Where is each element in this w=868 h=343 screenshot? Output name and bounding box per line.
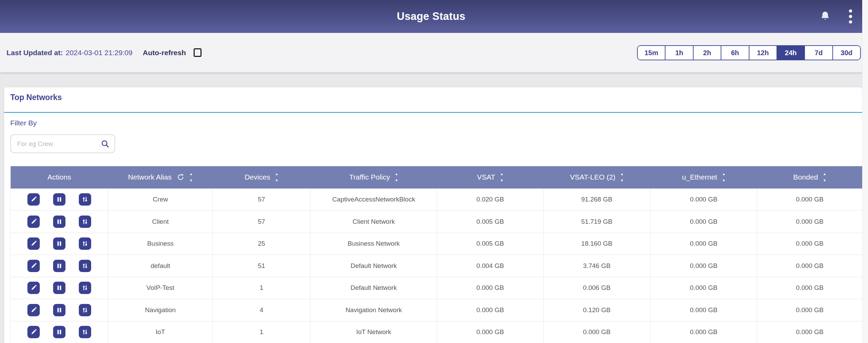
cell-vsat: 0.005 GB [437,233,543,255]
cell-traffic-policy: Business Network [310,233,437,255]
edit-button[interactable] [27,237,40,250]
table-row: Client57Client Network0.005 GB51.719 GB0… [11,211,863,233]
pause-icon [56,196,63,203]
cell-vsat-leo: 0.006 GB [543,277,650,299]
cell-actions [11,277,108,299]
panel-divider [4,112,862,113]
bell-icon[interactable] [820,11,831,22]
table-row: VoIP-Test1Default Network0.000 GB0.006 G… [11,277,863,299]
refresh-icon[interactable] [176,173,185,181]
cell-actions [11,211,108,233]
cell-vsat-leo: 0.000 GB [543,321,650,343]
col-header-u-ethernet[interactable]: u_Ethernet▲▼ [650,166,757,188]
table-row: Crew57CaptiveAccessNetworkBlock0.020 GB9… [11,188,863,211]
cell-devices: 51 [213,255,310,277]
time-range-6h[interactable]: 6h [721,46,748,60]
auto-refresh-checkbox[interactable] [194,48,201,57]
cell-network-alias: default [108,255,213,277]
table-row: IoT1IoT Network0.000 GB0.000 GB0.000 GB0… [11,321,863,343]
cell-u-ethernet: 0.000 GB [650,188,757,211]
filter-search-box [10,134,115,153]
sort-arrows-icon: ▲▼ [722,172,725,182]
pause-icon [56,284,63,291]
cell-u-ethernet: 0.000 GB [650,211,757,233]
col-header-label: Actions [48,173,71,181]
cell-vsat: 0.004 GB [437,255,543,277]
cell-vsat: 0.020 GB [437,188,543,211]
edit-button[interactable] [27,282,40,294]
time-range-12h[interactable]: 12h [749,46,777,60]
filter-by-label: Filter By [10,119,37,127]
magnifier-icon[interactable] [101,139,110,148]
table-header-row: ActionsNetwork Alias▲▼Devices▲▼Traffic P… [11,166,863,188]
pause-button[interactable] [53,282,65,294]
cell-u-ethernet: 0.000 GB [650,321,757,343]
top-networks-card: Top Networks Filter By ActionsNetwork Al… [4,87,862,343]
time-range-15m[interactable]: 15m [638,46,665,60]
traffic-limit-button[interactable] [79,260,91,272]
traffic-limit-button[interactable] [79,193,91,206]
cell-vsat-leo: 0.120 GB [543,299,650,321]
up-down-arrows-icon [82,218,88,225]
pause-button[interactable] [53,260,65,272]
edit-button[interactable] [27,304,40,316]
pause-button[interactable] [53,304,65,316]
app-header: Usage Status [0,0,862,33]
top-networks-table: ActionsNetwork Alias▲▼Devices▲▼Traffic P… [10,166,862,343]
cell-traffic-policy: Client Network [310,211,437,233]
time-range-2h[interactable]: 2h [693,46,721,60]
cell-devices: 1 [213,321,310,343]
sort-arrows-icon: ▲▼ [275,172,278,182]
pause-button[interactable] [53,326,65,338]
cell-actions [11,233,108,255]
cell-network-alias: Business [108,233,213,255]
header-actions [820,0,853,33]
panel-title: Top Networks [10,93,62,102]
cell-traffic-policy: IoT Network [310,321,437,343]
filter-search-input[interactable] [17,140,101,148]
cell-network-alias: VoIP-Test [108,277,213,299]
col-header-bonded[interactable]: Bonded▲▼ [757,166,863,188]
time-range-7d[interactable]: 7d [804,46,832,60]
table-row: Navigation4Navigation Network0.000 GB0.1… [11,299,863,321]
kebab-menu-icon[interactable] [848,9,853,24]
cell-vsat-leo: 18.160 GB [543,233,650,255]
traffic-limit-button[interactable] [79,216,91,228]
pencil-icon [30,218,37,225]
time-range-30d[interactable]: 30d [832,46,860,60]
pause-button[interactable] [53,216,65,228]
cell-vsat-leo: 91.268 GB [543,188,650,211]
time-range-1h[interactable]: 1h [665,46,693,60]
cell-bonded: 0.000 GB [757,255,863,277]
traffic-limit-button[interactable] [79,304,91,316]
edit-button[interactable] [27,216,40,228]
col-header-vsat[interactable]: VSAT▲▼ [437,166,543,188]
traffic-limit-button[interactable] [79,282,91,294]
edit-button[interactable] [27,193,40,206]
col-header-actions: Actions [11,166,108,188]
cell-vsat-leo: 3.746 GB [543,255,650,277]
col-header-devices[interactable]: Devices▲▼ [213,166,310,188]
cell-bonded: 0.000 GB [757,211,863,233]
cell-vsat-leo: 51.719 GB [543,211,650,233]
col-header-vsat-leo-2[interactable]: VSAT-LEO (2)▲▼ [543,166,650,188]
cell-bonded: 0.000 GB [757,277,863,299]
cell-devices: 1 [213,277,310,299]
edit-button[interactable] [27,260,40,272]
edit-button[interactable] [27,326,40,338]
pause-button[interactable] [53,193,65,206]
cell-u-ethernet: 0.000 GB [650,255,757,277]
last-updated-value: 2024-03-01 21:29:09 [66,49,133,57]
pencil-icon [30,329,37,335]
cell-actions [11,321,108,343]
time-range-24h[interactable]: 24h [777,46,804,60]
col-header-network-alias[interactable]: Network Alias▲▼ [108,166,213,188]
traffic-limit-button[interactable] [79,237,91,250]
table-body: Crew57CaptiveAccessNetworkBlock0.020 GB9… [11,188,863,343]
col-header-traffic-policy[interactable]: Traffic Policy▲▼ [310,166,437,188]
traffic-limit-button[interactable] [79,326,91,338]
page-title: Usage Status [397,10,465,23]
pause-button[interactable] [53,237,65,250]
vertical-scrollbar[interactable] [862,0,868,343]
sort-arrows-icon: ▲▼ [500,172,503,182]
